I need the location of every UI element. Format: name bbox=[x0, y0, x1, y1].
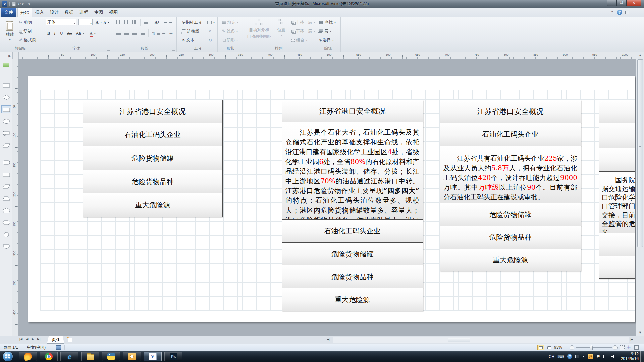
cut-button[interactable]: ✂剪切 bbox=[18, 19, 33, 26]
shape-box[interactable]: 石油化工码头企业 bbox=[83, 123, 223, 146]
shape-box[interactable]: 危险货物储罐 bbox=[440, 203, 581, 226]
shape-box[interactable] bbox=[599, 233, 635, 256]
taskbar-app-visio[interactable]: V bbox=[144, 352, 162, 361]
shape-box[interactable] bbox=[599, 148, 635, 172]
shadow-button[interactable]: 阴影▾ bbox=[221, 36, 239, 44]
stencil-header-icon[interactable] bbox=[3, 63, 9, 67]
zoom-out-icon[interactable]: − bbox=[570, 345, 574, 350]
maximize-button[interactable]: ❐ bbox=[616, 0, 626, 6]
restore-window-icon[interactable] bbox=[625, 11, 629, 14]
switch-windows-icon[interactable] bbox=[634, 345, 639, 350]
tab-视图[interactable]: 视图 bbox=[106, 8, 121, 17]
pointer-tool-button[interactable]: ▶指针工具 bbox=[181, 19, 203, 26]
shape-box[interactable]: 江苏省港口安全概况 bbox=[440, 100, 581, 123]
minimize-ribbon-icon[interactable]: ⌃ bbox=[611, 10, 614, 15]
tab-审阅[interactable]: 审阅 bbox=[91, 8, 106, 17]
align-top-button[interactable] bbox=[115, 19, 121, 26]
stencil-shape-ellipse[interactable] bbox=[2, 118, 11, 125]
font-name-select[interactable]: 宋体▾ bbox=[46, 19, 76, 25]
stencil-shape-hexagon[interactable] bbox=[2, 219, 11, 226]
insert-page-icon[interactable] bbox=[68, 338, 72, 342]
zoom-in-icon[interactable]: + bbox=[613, 345, 618, 350]
prev-page-icon[interactable]: ◀ bbox=[26, 337, 28, 341]
macro-status-icon[interactable] bbox=[56, 345, 61, 350]
bring-forward-button[interactable]: 上移一层▾ bbox=[290, 19, 316, 26]
italic-button[interactable]: I bbox=[53, 29, 56, 37]
superscript-button[interactable]: A² bbox=[154, 19, 160, 26]
stencil-shape-callout[interactable] bbox=[2, 130, 11, 137]
font-color-button[interactable]: A▾ bbox=[89, 29, 97, 37]
shape-box[interactable]: 江苏省港口安全概况 bbox=[282, 100, 423, 122]
scroll-up-icon[interactable]: ▲ bbox=[637, 52, 643, 58]
shape-box[interactable]: 江苏省港口安全概况 bbox=[83, 100, 223, 123]
shape-box[interactable]: 重大危险源 bbox=[282, 288, 423, 311]
bold-button[interactable]: B bbox=[46, 29, 51, 37]
last-page-icon[interactable]: ▶| bbox=[37, 337, 40, 341]
shape-box[interactable]: 危险货物品种 bbox=[282, 265, 423, 288]
hscroll-left-icon[interactable]: ◀ bbox=[327, 338, 329, 341]
text-direction-button[interactable]: ⇥⇤ bbox=[163, 19, 173, 26]
decrease-indent-button[interactable]: ⇤ bbox=[161, 29, 166, 37]
line-spacing-button[interactable]: ⇅ bbox=[151, 29, 161, 37]
clock-app-icon[interactable]: ◷ bbox=[588, 354, 593, 359]
taskbar-app-outlook[interactable] bbox=[123, 352, 141, 361]
tab-设计[interactable]: 设计 bbox=[47, 8, 62, 17]
stencil-shape-parallelogram[interactable] bbox=[2, 183, 11, 190]
taskbar-app-flame-browser[interactable] bbox=[19, 352, 37, 361]
shrink-font-button[interactable]: A▼ bbox=[103, 19, 111, 26]
tab-开始[interactable]: 开始 bbox=[17, 8, 32, 17]
fill-button[interactable]: 填充▾ bbox=[221, 19, 239, 26]
show-desktop-button[interactable] bbox=[640, 351, 644, 362]
format-painter-button[interactable]: ✐格式刷 bbox=[18, 36, 37, 44]
next-page-icon[interactable]: ▶ bbox=[32, 337, 34, 341]
bullets-button[interactable] bbox=[143, 19, 149, 26]
tab-数据[interactable]: 数据 bbox=[62, 8, 76, 17]
align-center-button[interactable] bbox=[123, 29, 130, 37]
keyboard-icon[interactable]: ⌨ bbox=[557, 354, 564, 359]
taskbar-app-python[interactable] bbox=[102, 352, 120, 361]
minimize-button[interactable]: — bbox=[607, 0, 616, 6]
increase-indent-button[interactable]: ⇥ bbox=[168, 29, 174, 37]
text-box[interactable]: 国务院新《据交通运输部和口危险化学品安口管理部门与安交接，目前江苏全监管的危险货… bbox=[599, 171, 635, 233]
shape-box[interactable]: 危险货物品种 bbox=[440, 226, 581, 249]
whole-page-view-button[interactable] bbox=[537, 345, 544, 350]
action-center-flag-icon[interactable]: ⚑ bbox=[596, 354, 600, 359]
page-tab[interactable]: 页-1 bbox=[47, 336, 64, 344]
auto-align-button[interactable]: 自动对齐和 自动调整间距 bbox=[246, 18, 272, 45]
send-backward-button[interactable]: 下移一层▾ bbox=[290, 27, 316, 35]
tray-help-icon[interactable]: ? bbox=[567, 354, 572, 359]
hscroll-right-icon[interactable]: ▶ bbox=[631, 338, 633, 341]
connector-button[interactable]: 连接线 bbox=[181, 27, 200, 35]
shape-box[interactable]: 危险货物储罐 bbox=[282, 242, 423, 265]
shape-box[interactable] bbox=[599, 256, 635, 279]
shape-box[interactable] bbox=[599, 100, 635, 123]
horizontal-scrollbar[interactable] bbox=[333, 337, 629, 343]
close-button[interactable]: ✕ bbox=[626, 0, 641, 6]
taskbar-app-photoshop[interactable]: Ps bbox=[164, 352, 182, 361]
volume-icon[interactable] bbox=[611, 355, 615, 359]
group-shapes-button[interactable]: 组合▾ bbox=[290, 36, 308, 44]
text-tool-button[interactable]: A文本 bbox=[181, 36, 195, 44]
vertical-scroll-thumb[interactable] bbox=[637, 59, 643, 247]
font-size-select[interactable]: ▾ bbox=[78, 19, 93, 25]
align-left-button[interactable] bbox=[115, 29, 122, 37]
text-box[interactable]: 江苏是个石化大省，石油化工码头及其仓储式石化产业的基础支撑和生命线，依托沿江港口… bbox=[282, 122, 423, 220]
underline-button[interactable]: U bbox=[59, 29, 64, 37]
stencil-shape-rect[interactable] bbox=[2, 81, 11, 89]
shape-box[interactable]: 石油化工码头企业 bbox=[282, 219, 423, 243]
tab-进程[interactable]: 进程 bbox=[76, 8, 91, 17]
taskbar-app-chrome[interactable] bbox=[40, 352, 58, 361]
stencil-shape-circle[interactable] bbox=[2, 231, 11, 238]
presentation-view-button[interactable] bbox=[546, 345, 552, 350]
tab-插入[interactable]: 插入 bbox=[32, 8, 47, 17]
align-right-button[interactable] bbox=[131, 29, 138, 37]
pan-zoom-icon[interactable]: ✛ bbox=[627, 345, 631, 350]
expand-stencil-icon[interactable]: ▶ bbox=[8, 54, 11, 58]
text-box[interactable]: 江苏省共有石油化工码头企业225家，涉及从业人员大约5.8万人，拥有专业化石油化… bbox=[440, 146, 581, 203]
stencil-shape-rect[interactable] bbox=[2, 106, 11, 113]
line-button[interactable]: ✎线条▾ bbox=[221, 27, 239, 35]
select-button[interactable]: ▶选择▾ bbox=[318, 36, 335, 44]
stencil-shape-shield[interactable] bbox=[2, 243, 11, 250]
strikethrough-button[interactable]: abc bbox=[66, 29, 73, 37]
hidden-icons-chevron[interactable]: ▲ bbox=[582, 355, 585, 358]
